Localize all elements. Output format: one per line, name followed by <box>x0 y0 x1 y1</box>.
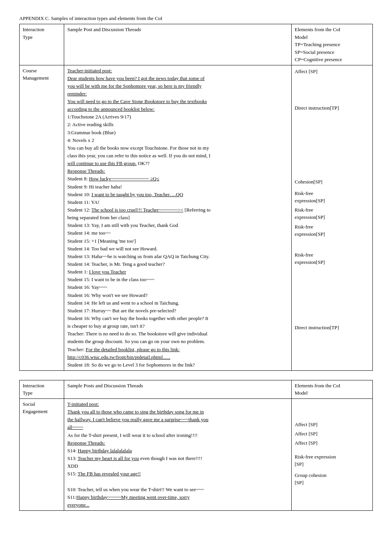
student15-line: Student 15: +1 [Meaning 'me too'] <box>67 237 288 245</box>
s11-everyone: everyone... <box>67 502 89 508</box>
table-1: InteractionType Sample Post and Discussi… <box>19 24 373 371</box>
student9-line: Student 9: Hi teacher haha! <box>67 183 288 191</box>
line-book4: 4: Novels x 2 <box>67 137 288 144</box>
student15-class: Student 15: I want to be in the class to… <box>67 276 288 283</box>
element-row-affect-sp: Affect [SP] <box>295 67 369 103</box>
response-threads2-label: Response Threads: <box>67 440 105 446</box>
element2-affect-s14: Affect [SP] <box>295 429 369 438</box>
teacher-url: http://c036.wtuc.edu.tw/front/bin/ptdeta… <box>67 353 288 361</box>
student14-line: Student 14: me too~~ <box>67 229 288 237</box>
element-direct-tp: Direct instruction[TP] <box>295 103 369 123</box>
s10-tshirt: S10: Teacher, tell us when you wear the … <box>67 486 288 493</box>
element2-row-blank1: Affect [SP] <box>295 400 369 429</box>
student13-haha: Student 13: Haha~~he is watching us from… <box>67 253 288 260</box>
element-row-blank1 <box>295 123 369 177</box>
line-refer: class this year, you can refer to this n… <box>67 152 288 160</box>
teacher-link-line: Teacher: For the detailed booklist, plea… <box>67 346 288 353</box>
line-book1: 1:Touchstone 2A (Arrives 9/17) <box>67 113 288 121</box>
element-cohesion-sp: Cohesion[SP] <box>295 177 369 189</box>
element-row-risk4: Risk-freeexpression[SP] <box>295 250 369 267</box>
line-cave-stone: You will need to go to the Cave Stone Bo… <box>67 98 207 104</box>
line-thank-you: Thank you all to those who came to sing … <box>67 409 204 415</box>
table2-col2-header: Sample Posts and Discussion Threads <box>64 380 292 398</box>
element2-row-risk: Risk-free expression[SP] <box>295 452 369 471</box>
table2-row1: SocialEngagement T-initiated post: Thank… <box>20 398 373 510</box>
line-buy-all: You can buy all the books now except Tou… <box>67 144 288 152</box>
table2-elements-col: Affect [SP] Affect [SP] Affect [SP] Risk… <box>291 398 372 510</box>
table-2: InteractionType Sample Posts and Discuss… <box>19 380 373 511</box>
element2-risk-free: Risk-free expression[SP] <box>295 452 369 471</box>
line-book2: 2: Active reading skills <box>67 121 288 128</box>
student10-line: Student 10: I want to be taught by you t… <box>67 191 288 198</box>
table1-col1-header: InteractionType <box>20 24 64 65</box>
element-risk-free4: Risk-freeexpression[SP] <box>295 250 369 267</box>
student16-yay: Student 16: Yay~~~ <box>67 283 288 291</box>
t-initiated-label: T-initiated post: <box>67 401 99 407</box>
student12-cont: being separated from her class] <box>67 214 288 222</box>
s15-age: S15: The FB has revealed your age!! <box>67 470 288 478</box>
blank-line <box>67 478 288 485</box>
student8-line: Student 8: How lucky~~~~~~~~~~~~~~ ≥Q≤ <box>67 175 288 183</box>
s13-xdd: XDD <box>67 462 288 470</box>
response-threads-label: Response Threads: <box>67 168 105 174</box>
student17-novels: Student 17: Hurray~~ But are the novels … <box>67 307 288 315</box>
element2-affect-sp: Affect [SP] <box>295 400 369 429</box>
student16-buy: Student 16: Why can't we buy the books t… <box>67 315 288 322</box>
line-fb-group: will continue to use this FB group. OK?? <box>67 160 288 167</box>
element-row-direct-tp2: Direct instruction[TP] <box>295 323 369 332</box>
line-reminder: reminder: <box>67 91 87 97</box>
element2-affect-s13: Affect [SP] <box>295 438 369 452</box>
teacher-initiated-label: Teacher-initiated post: <box>67 68 112 73</box>
teacher-discount1: Teacher: There is no need to do so. The … <box>67 330 288 338</box>
student14-teng: Student 14: Teacher, is Mr. Teng a good … <box>67 260 288 268</box>
student14-howard: Student 14: Too bad we will not see Howa… <box>67 245 288 253</box>
student13-line: Student 13: Yay, I am still with you Tea… <box>67 222 288 229</box>
element-blank1 <box>295 123 369 177</box>
element2-group-cohesion: Group cohesion[SP] <box>295 471 369 487</box>
student16-cheaper: is cheaper to buy at group rate, isn't i… <box>67 322 288 330</box>
element2-row-cohesion: Group cohesion[SP] <box>295 471 369 487</box>
student12-line: Student 12: The school is too cruel!!! T… <box>67 206 288 214</box>
element-row-risk3: Risk-freeexpression[SP] <box>295 222 369 239</box>
table2-sample-content: T-initiated post: Thank you all to those… <box>64 398 292 510</box>
student1-love: Student 1: I love you Teacher <box>67 268 288 276</box>
element-direct-tp2: Direct instruction[TP] <box>295 323 369 332</box>
line-sophomore: you will be with me for the Sophomore ye… <box>67 83 202 89</box>
table1-interaction-type: CourseManagement <box>20 65 64 370</box>
line-all: all~~~~ <box>67 424 83 430</box>
teacher-discount2: students the group discount. So you can … <box>67 338 288 345</box>
line-dear-students: Dear students how have you been? I got t… <box>67 75 204 81</box>
line-tshirt: As for the T-shirt present, I will wear … <box>67 432 288 439</box>
element-affect-sp: Affect [SP] <box>295 67 369 103</box>
table2-header-row: InteractionType Sample Posts and Discuss… <box>20 380 373 398</box>
element-row-risk2: Risk-freeexpression[SP] <box>295 205 369 222</box>
element-risk-free1: Risk-freeexpression[SP] <box>295 189 369 205</box>
table1-elements-col: Affect [SP] Direct instruction[TP] Cohes… <box>291 65 372 370</box>
element-row-blank2 <box>295 239 369 250</box>
student11-line: Student 11: YA! <box>67 198 288 206</box>
table1-row1: CourseManagement Teacher-initiated post:… <box>20 65 373 370</box>
elements-layout-table2: Affect [SP] Affect [SP] Affect [SP] Risk… <box>295 400 369 487</box>
element-row-blank3 <box>295 267 369 323</box>
s13-heart: S13: Teacher my heart is all for you eve… <box>67 455 288 462</box>
element-blank2 <box>295 239 369 250</box>
element-risk-free3: Risk-freeexpression[SP] <box>295 222 369 239</box>
element-risk-free2: Risk-freeexpression[SP] <box>295 205 369 222</box>
table1-header-row: InteractionType Sample Post and Discussi… <box>20 24 373 65</box>
line-hallway: the hallway. I can't believe you really … <box>67 417 208 422</box>
element-blank3 <box>295 267 369 323</box>
s14-birthday: S14: Happy birthday lalalalalala <box>67 447 288 455</box>
s11-birthday: S11:Happy birthday~~~~~My meeting went o… <box>67 493 288 501</box>
table2-interaction-type: SocialEngagement <box>20 398 64 510</box>
element-row-direct-tp: Direct instruction[TP] <box>295 103 369 123</box>
table1-sample-content: Teacher-initiated post: Dear students ho… <box>64 65 292 370</box>
element-row-risk1: Risk-freeexpression[SP] <box>295 189 369 205</box>
line-book3: 3:Grammar book (Blue) <box>67 129 288 137</box>
table2-col1-header: InteractionType <box>20 380 64 398</box>
line-booklist: according to the announced booklist belo… <box>67 106 154 112</box>
appendix-title: APPENDIX C. Samples of interaction types… <box>19 15 373 22</box>
elements-layout-table: Affect [SP] Direct instruction[TP] Cohes… <box>295 67 369 332</box>
student16-howard: Student 16: Why won't we see Howard? <box>67 292 288 299</box>
table1-col3-header: Elements from the CoIModelTP=Teaching pr… <box>291 24 372 65</box>
table1-col2-header: Sample Post and Discussion Threads <box>64 24 292 65</box>
